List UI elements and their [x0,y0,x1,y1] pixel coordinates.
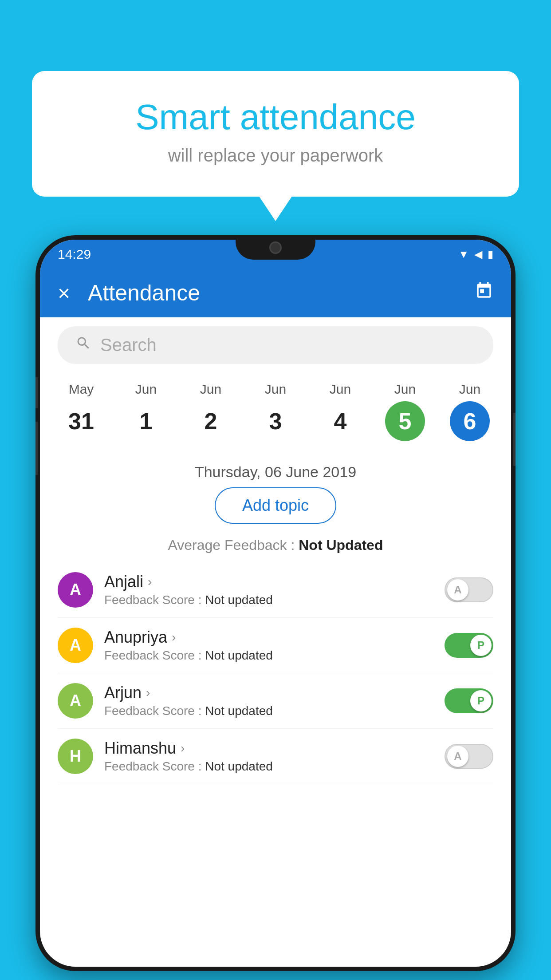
student-name-2: Arjun › [104,684,445,702]
student-avatar-3: H [58,739,93,774]
calendar-day-0[interactable]: May31 [61,382,101,441]
student-info-3: Himanshu ›Feedback Score : Not updated [104,739,445,774]
student-avatar-1: A [58,628,93,663]
calendar-icon[interactable] [475,281,493,304]
bubble-title: Smart attendance [67,98,484,137]
chevron-icon: › [148,575,152,589]
calendar-day-4[interactable]: Jun4 [320,382,360,441]
cal-date-6: 6 [450,401,490,441]
cal-month-5: Jun [394,382,416,397]
attendance-toggle-1[interactable]: P [445,633,493,658]
student-name-3: Himanshu › [104,739,445,758]
student-feedback-2: Feedback Score : Not updated [104,704,445,718]
selected-date-label: Thursday, 06 June 2019 [58,454,493,487]
volume-up-button [35,377,38,408]
student-row-1[interactable]: AAnupriya ›Feedback Score : Not updatedP [58,618,493,673]
close-button[interactable]: × [58,281,70,305]
attendance-toggle-3[interactable]: A [445,744,493,769]
content-area: Thursday, 06 June 2019 Add topic Average… [40,454,511,784]
status-icons: ▼ ◀ ▮ [458,248,493,261]
wifi-icon: ▼ [458,248,469,261]
toggle-knob-0: A [447,579,468,601]
calendar-day-2[interactable]: Jun2 [191,382,231,441]
chevron-icon: › [146,686,150,700]
student-info-2: Arjun ›Feedback Score : Not updated [104,684,445,718]
cal-month-2: Jun [200,382,221,397]
search-input[interactable]: Search [100,335,157,355]
student-name-1: Anupriya › [104,628,445,647]
cal-month-0: May [69,382,94,397]
chevron-icon: › [172,630,176,644]
student-list: AAnjali ›Feedback Score : Not updatedAAA… [58,562,493,784]
search-bar[interactable]: Search [58,326,493,364]
attendance-toggle-0[interactable]: A [445,577,493,602]
cal-month-4: Jun [330,382,351,397]
toggle-knob-2: P [470,690,492,711]
add-topic-button[interactable]: Add topic [215,487,336,524]
student-row-0[interactable]: AAnjali ›Feedback Score : Not updatedA [58,562,493,618]
app-bar: × Attendance [40,269,511,317]
phone-screen: 14:29 ▼ ◀ ▮ × Attendance [40,240,511,967]
avg-feedback-label: Average Feedback : [168,537,295,553]
cal-date-0: 31 [61,401,101,441]
student-feedback-1: Feedback Score : Not updated [104,648,445,663]
attendance-toggle-2[interactable]: P [445,688,493,713]
avg-feedback: Average Feedback : Not Updated [58,533,493,562]
phone-notch [236,235,315,260]
cal-date-2: 2 [191,401,231,441]
student-avatar-0: A [58,572,93,608]
cal-date-3: 3 [256,401,295,441]
student-name-0: Anjali › [104,573,445,591]
battery-icon: ▮ [488,248,493,261]
speech-bubble-container: Smart attendance will replace your paper… [32,71,519,197]
calendar-day-3[interactable]: Jun3 [256,382,295,441]
speech-bubble: Smart attendance will replace your paper… [32,71,519,197]
toggle-knob-1: P [470,635,492,656]
signal-icon: ◀ [474,248,482,261]
bubble-subtitle: will replace your paperwork [67,146,484,166]
cal-date-1: 1 [126,401,166,441]
student-info-0: Anjali ›Feedback Score : Not updated [104,573,445,607]
toggle-knob-3: A [447,746,468,767]
student-feedback-3: Feedback Score : Not updated [104,759,445,774]
calendar-day-1[interactable]: Jun1 [126,382,166,441]
power-button [513,413,516,466]
calendar-day-5[interactable]: Jun5 [385,382,425,441]
student-row-2[interactable]: AArjun ›Feedback Score : Not updatedP [58,673,493,729]
cal-month-6: Jun [459,382,480,397]
phone-frame: 14:29 ▼ ◀ ▮ × Attendance [35,235,516,971]
cal-date-5: 5 [385,401,425,441]
cal-date-4: 4 [320,401,360,441]
search-icon [75,335,91,355]
chevron-icon: › [181,741,185,755]
search-container: Search [40,317,511,373]
calendar-day-6[interactable]: Jun6 [450,382,490,441]
student-avatar-2: A [58,683,93,719]
student-feedback-0: Feedback Score : Not updated [104,593,445,607]
student-info-1: Anupriya ›Feedback Score : Not updated [104,628,445,663]
volume-down-button [35,422,38,475]
student-row-3[interactable]: HHimanshu ›Feedback Score : Not updatedA [58,729,493,784]
calendar-strip: May31Jun1Jun2Jun3Jun4Jun5Jun6 [40,373,511,454]
avg-feedback-value: Not Updated [299,537,383,553]
phone-camera [269,241,282,254]
status-time: 14:29 [58,247,91,262]
cal-month-1: Jun [135,382,157,397]
cal-month-3: Jun [265,382,286,397]
app-bar-title: Attendance [88,280,475,306]
